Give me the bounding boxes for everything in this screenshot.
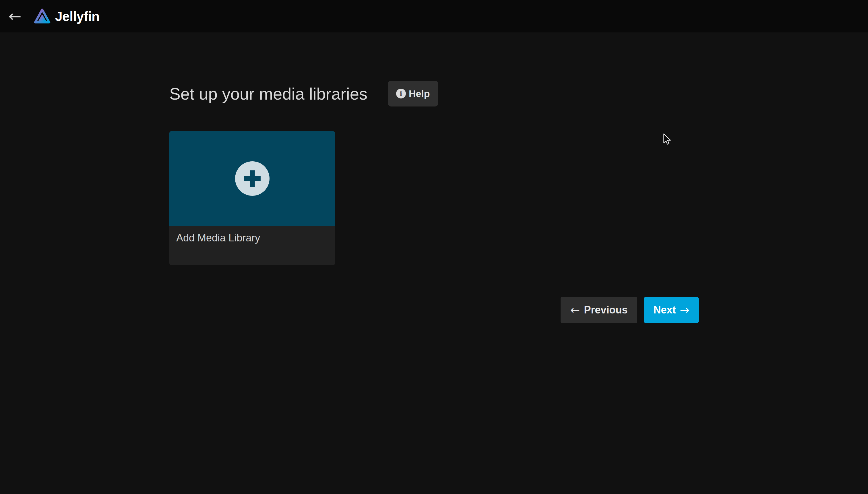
arrow-left-icon: ← (570, 304, 580, 316)
wizard-nav: ← Previous Next → (169, 297, 699, 323)
info-icon: i (396, 89, 406, 98)
add-media-library-card[interactable]: Add Media Library (169, 131, 335, 265)
card-footer: Add Media Library (169, 226, 335, 265)
title-row: Set up your media libraries i Help (169, 80, 699, 107)
page-title: Set up your media libraries (169, 84, 367, 103)
wizard-container: Set up your media libraries i Help Add M… (169, 80, 699, 323)
arrow-right-icon: → (680, 304, 690, 316)
plus-circle (235, 161, 270, 196)
logo-link[interactable]: Jellyfin (33, 8, 100, 25)
help-button[interactable]: i Help (388, 81, 438, 107)
plus-icon (243, 169, 262, 188)
next-button-label: Next (653, 304, 676, 316)
previous-button[interactable]: ← Previous (561, 297, 637, 323)
card-image (169, 131, 335, 226)
library-grid: Add Media Library (169, 131, 699, 265)
app-title: Jellyfin (55, 8, 100, 24)
help-button-label: Help (409, 88, 430, 99)
arrow-left-icon: ← (8, 8, 21, 24)
next-button[interactable]: Next → (644, 297, 699, 323)
jellyfin-logo-icon (33, 8, 51, 25)
previous-button-label: Previous (584, 304, 628, 316)
card-title: Add Media Library (176, 231, 328, 245)
back-button[interactable]: ← (3, 5, 26, 28)
app-header: ← Jellyfin (0, 0, 868, 33)
page-content: Set up your media libraries i Help Add M… (0, 33, 868, 494)
